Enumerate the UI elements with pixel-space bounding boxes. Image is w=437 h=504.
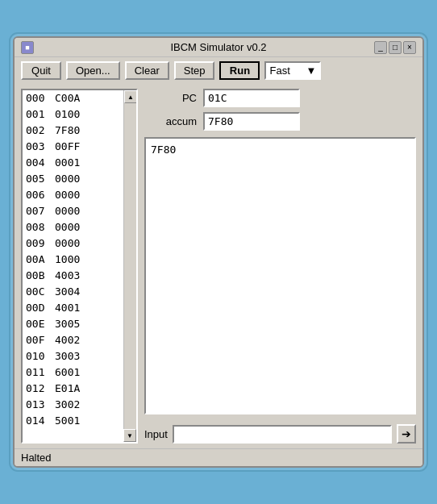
table-row[interactable]: 0027F80 bbox=[23, 123, 123, 139]
memory-panel: 000C00A00101000027F8000300FF004000100500… bbox=[21, 89, 138, 444]
table-row[interactable]: 0133002 bbox=[23, 397, 123, 413]
mem-addr: 011 bbox=[26, 364, 55, 381]
mem-val: 3002 bbox=[55, 397, 87, 413]
status-bar: Halted bbox=[15, 448, 422, 466]
mem-val: 4001 bbox=[55, 300, 87, 316]
status-text: Halted bbox=[21, 452, 52, 464]
speed-arrow-icon: ▼ bbox=[306, 65, 317, 77]
table-row[interactable]: 000C00A bbox=[23, 90, 123, 106]
table-row[interactable]: 0116001 bbox=[23, 364, 123, 381]
mem-val: 0000 bbox=[55, 235, 87, 252]
table-row[interactable]: 00C3004 bbox=[23, 284, 123, 300]
mem-val: 5001 bbox=[55, 413, 87, 429]
close-icon[interactable]: × bbox=[403, 41, 416, 54]
mem-val: 0000 bbox=[55, 203, 87, 219]
scroll-up-button[interactable]: ▲ bbox=[124, 90, 137, 103]
mem-val: 0000 bbox=[55, 219, 87, 235]
table-row[interactable]: 0060000 bbox=[23, 187, 123, 203]
accum-input[interactable] bbox=[203, 112, 300, 131]
mem-val: 3003 bbox=[55, 348, 87, 364]
speed-label: Fast bbox=[269, 65, 289, 77]
clear-button[interactable]: Clear bbox=[125, 61, 169, 80]
table-row[interactable]: 0145001 bbox=[23, 413, 123, 429]
mem-addr: 008 bbox=[26, 219, 55, 235]
table-row[interactable]: 0080000 bbox=[23, 219, 123, 235]
window-title: IBCM Simulator v0.2 bbox=[170, 41, 266, 53]
table-row[interactable]: 0040001 bbox=[23, 155, 123, 171]
main-window: ■ IBCM Simulator v0.2 _ □ × Quit Open...… bbox=[13, 36, 424, 468]
mem-addr: 007 bbox=[26, 203, 55, 219]
mem-addr: 00E bbox=[26, 316, 55, 332]
mem-addr: 005 bbox=[26, 171, 55, 187]
table-row[interactable]: 0090000 bbox=[23, 235, 123, 252]
scrollbar: ▲ ▼ bbox=[123, 90, 136, 442]
mem-val: 0100 bbox=[55, 106, 87, 123]
title-bar: ■ IBCM Simulator v0.2 _ □ × bbox=[15, 38, 422, 57]
table-row[interactable]: 00E3005 bbox=[23, 316, 123, 332]
pc-row: PC bbox=[160, 89, 300, 107]
input-label: Input bbox=[144, 428, 168, 440]
mem-addr: 003 bbox=[26, 139, 55, 155]
mem-val: 7F80 bbox=[55, 123, 87, 139]
mem-addr: 009 bbox=[26, 235, 55, 252]
scroll-down-button[interactable]: ▼ bbox=[123, 429, 136, 442]
run-button[interactable]: Run bbox=[219, 61, 260, 80]
table-row[interactable]: 0050000 bbox=[23, 171, 123, 187]
mem-addr: 012 bbox=[26, 381, 55, 397]
table-row[interactable]: 00300FF bbox=[23, 139, 123, 155]
mem-addr: 00B bbox=[26, 268, 55, 284]
toolbar: Quit Open... Clear Step Run Fast ▼ bbox=[15, 57, 422, 84]
speed-dropdown[interactable]: Fast ▼ bbox=[264, 61, 321, 80]
table-row[interactable]: 00F4002 bbox=[23, 332, 123, 348]
input-field[interactable] bbox=[173, 425, 392, 444]
mem-val: E01A bbox=[55, 381, 87, 397]
minimize-icon[interactable]: _ bbox=[374, 41, 387, 54]
open-button[interactable]: Open... bbox=[66, 61, 120, 80]
quit-button[interactable]: Quit bbox=[21, 61, 61, 80]
mem-addr: 00D bbox=[26, 300, 55, 316]
registers: PC accum bbox=[144, 89, 416, 131]
mem-val: C00A bbox=[55, 90, 87, 106]
output-area: 7F80 bbox=[144, 137, 416, 414]
app-icon: ■ bbox=[21, 41, 34, 54]
table-row[interactable]: 00D4001 bbox=[23, 300, 123, 316]
table-row[interactable]: 00B4003 bbox=[23, 268, 123, 284]
mem-addr: 010 bbox=[26, 348, 55, 364]
mem-addr: 014 bbox=[26, 413, 55, 429]
accum-label: accum bbox=[160, 115, 197, 127]
accum-row: accum bbox=[160, 112, 300, 131]
mem-val: 00FF bbox=[55, 139, 87, 155]
mem-addr: 002 bbox=[26, 123, 55, 139]
table-row[interactable]: 012E01A bbox=[23, 381, 123, 397]
submit-arrow-icon: ➔ bbox=[402, 427, 411, 440]
pc-label: PC bbox=[160, 92, 197, 104]
mem-val: 4003 bbox=[55, 268, 87, 284]
mem-addr: 001 bbox=[26, 106, 55, 123]
pc-input[interactable] bbox=[203, 89, 300, 107]
mem-addr: 00A bbox=[26, 252, 55, 268]
mem-val: 3005 bbox=[55, 316, 87, 332]
table-row[interactable]: 00A1000 bbox=[23, 252, 123, 268]
mem-val: 1000 bbox=[55, 252, 87, 268]
input-row: Input ➔ bbox=[144, 424, 416, 444]
memory-list-container: 000C00A00101000027F8000300FF004000100500… bbox=[21, 89, 138, 444]
table-row[interactable]: 0010100 bbox=[23, 106, 123, 123]
mem-val: 3004 bbox=[55, 284, 87, 300]
mem-addr: 013 bbox=[26, 397, 55, 413]
memory-list[interactable]: 000C00A00101000027F8000300FF004000100500… bbox=[23, 90, 123, 442]
input-submit-button[interactable]: ➔ bbox=[397, 424, 416, 444]
maximize-icon[interactable]: □ bbox=[389, 41, 402, 54]
table-row[interactable]: 0070000 bbox=[23, 203, 123, 219]
mem-val: 0001 bbox=[55, 155, 87, 171]
table-row[interactable]: 0103003 bbox=[23, 348, 123, 364]
mem-addr: 000 bbox=[26, 90, 55, 106]
title-icons-right: _ □ × bbox=[374, 41, 416, 54]
mem-addr: 006 bbox=[26, 187, 55, 203]
step-button[interactable]: Step bbox=[174, 61, 215, 80]
mem-val: 0000 bbox=[55, 187, 87, 203]
main-area: 000C00A00101000027F8000300FF004000100500… bbox=[15, 84, 422, 448]
title-icons-left: ■ bbox=[21, 41, 34, 54]
mem-addr: 004 bbox=[26, 155, 55, 171]
mem-val: 0000 bbox=[55, 171, 87, 187]
right-panel: PC accum 7F80 Input ➔ bbox=[144, 89, 416, 444]
